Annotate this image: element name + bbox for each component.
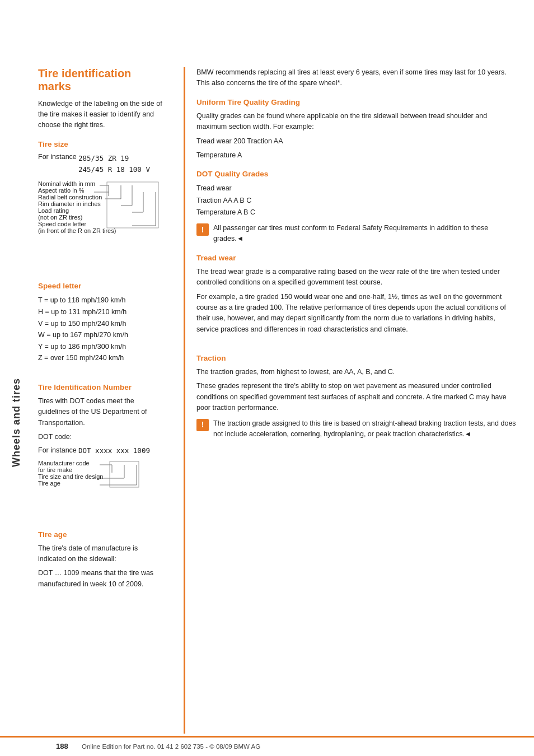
dot-code-label: DOT code: [38, 432, 167, 442]
svg-text:Rim diameter in inches: Rim diameter in inches [38, 200, 101, 207]
page-number: 188 [56, 742, 73, 750]
tire-size-diagram: For instance 285/35 ZR 19 245/45 R 18 10… [38, 153, 172, 260]
page-footer: 188 Online Edition for Part no. 01 41 2 … [0, 736, 534, 756]
footer-text: Online Edition for Part no. 01 41 2 602 … [82, 743, 260, 750]
svg-text:for tire make: for tire make [38, 466, 72, 473]
tire-code-line1: 285/35 ZR 19 [78, 153, 150, 164]
speed-row-1: H = up to 131 mph/210 km/h [38, 306, 167, 318]
warning-icon-1: ! [196, 223, 209, 236]
page-title: Tire identification marks [38, 67, 167, 93]
dot-for-instance-label: For instance [38, 446, 78, 454]
utqg-example1: Tread wear 200 Traction AA [196, 136, 517, 147]
svg-rect-19 [107, 182, 158, 228]
traction-text2: These grades represent the tire's abilit… [196, 381, 517, 413]
utqg-section: Uniform Tire Quality Grading Quality gra… [196, 98, 517, 161]
sidebar: Wheels and tires [0, 0, 32, 756]
dot-quality-item-1: Traction AA A B C [196, 195, 517, 207]
traction-text1: The traction grades, from highest to low… [196, 367, 517, 377]
main-content: Tire identification marks Knowledge of t… [32, 0, 534, 756]
speed-row-0: T = up to 118 mph/190 km/h [38, 295, 167, 306]
dot-quality-item-0: Tread wear [196, 183, 517, 194]
svg-text:Speed code letter: Speed code letter [38, 221, 87, 227]
sidebar-label: Wheels and tires [11, 378, 22, 467]
speed-row-3: W = up to 167 mph/270 km/h [38, 329, 167, 341]
speed-row-5: Z = over 150 mph/240 km/h [38, 352, 167, 364]
dot-quality-item-2: Temperature A B C [196, 207, 517, 218]
dot-quality-warning-box: ! All passenger car tires must conform t… [196, 223, 517, 245]
dot-quality-title: DOT Quality Grades [196, 170, 517, 178]
tread-wear-title: Tread wear [196, 254, 517, 262]
dot-svg: Manufacturer code for tire make Tire siz… [38, 457, 161, 507]
tire-size-title: Tire size [38, 140, 167, 148]
speed-row-4: Y = up to 186 mph/300 km/h [38, 341, 167, 353]
svg-text:Radial belt construction: Radial belt construction [38, 194, 102, 200]
tire-codes: 285/35 ZR 19 245/45 R 18 100 V [78, 153, 150, 175]
tire-code-line2: 245/45 R 18 100 V [78, 164, 150, 175]
speed-letter-title: Speed letter [38, 282, 167, 290]
tread-wear-text1: The tread wear grade is a comparative ra… [196, 267, 517, 288]
tire-size-svg: Nominal width in mm Aspect ratio in % Ra… [38, 178, 172, 259]
svg-text:Tire size and tire design: Tire size and tire design [38, 473, 103, 480]
svg-text:Aspect ratio in %: Aspect ratio in % [38, 187, 85, 194]
traction-title: Traction [196, 354, 517, 362]
tin-intro: Tires with DOT codes meet the guidelines… [38, 396, 167, 428]
right-column: BMW recommends replacing all tires at le… [184, 67, 534, 734]
svg-text:(not on ZR tires): (not on ZR tires) [38, 214, 82, 221]
left-column: Tire identification marks Knowledge of t… [32, 67, 178, 734]
svg-text:Manufacturer code: Manufacturer code [38, 460, 90, 466]
svg-text:Tire age: Tire age [38, 480, 60, 487]
dot-example: DOT xxxx xxx 1009 [78, 446, 150, 455]
traction-warning-text: The traction grade assigned to this tire… [213, 418, 517, 440]
tread-wear-text2: For example, a tire graded 150 would wea… [196, 292, 517, 335]
intro-text: Knowledge of the labeling on the side of… [38, 99, 167, 130]
right-intro: BMW recommends replacing all tires at le… [196, 67, 517, 89]
tire-age-text2: DOT … 1009 means that the tire was manuf… [38, 568, 167, 590]
for-instance-label: For instance [38, 153, 78, 161]
warning-icon-2: ! [196, 419, 209, 431]
svg-text:(in front of the R on ZR tires: (in front of the R on ZR tires) [38, 227, 116, 234]
dot-quality-warning-text: All passenger car tires must conform to … [213, 223, 517, 245]
tire-age-title: Tire age [38, 530, 167, 539]
tire-age-text1: The tire's date of manufacture is indica… [38, 543, 167, 565]
traction-warning-box: ! The traction grade assigned to this ti… [196, 418, 517, 440]
dot-quality-list: Tread wear Traction AA A B C Temperature… [196, 183, 517, 218]
dot-diagram: For instance DOT xxxx xxx 1009 [38, 446, 172, 509]
page-container: Wheels and tires Tire identification mar… [0, 0, 534, 756]
svg-text:Load rating: Load rating [38, 207, 69, 214]
svg-text:Nominal width in mm: Nominal width in mm [38, 180, 95, 187]
utqg-example2: Temperature A [196, 150, 517, 161]
speed-table: T = up to 118 mph/190 km/h H = up to 131… [38, 295, 167, 364]
utqg-title: Uniform Tire Quality Grading [196, 98, 517, 106]
dot-quality-section: DOT Quality Grades Tread wear Traction A… [196, 170, 517, 245]
utqg-text: Quality grades can be found where applic… [196, 111, 517, 133]
tin-title: Tire Identification Number [38, 383, 167, 391]
speed-row-2: V = up to 150 mph/240 km/h [38, 318, 167, 330]
